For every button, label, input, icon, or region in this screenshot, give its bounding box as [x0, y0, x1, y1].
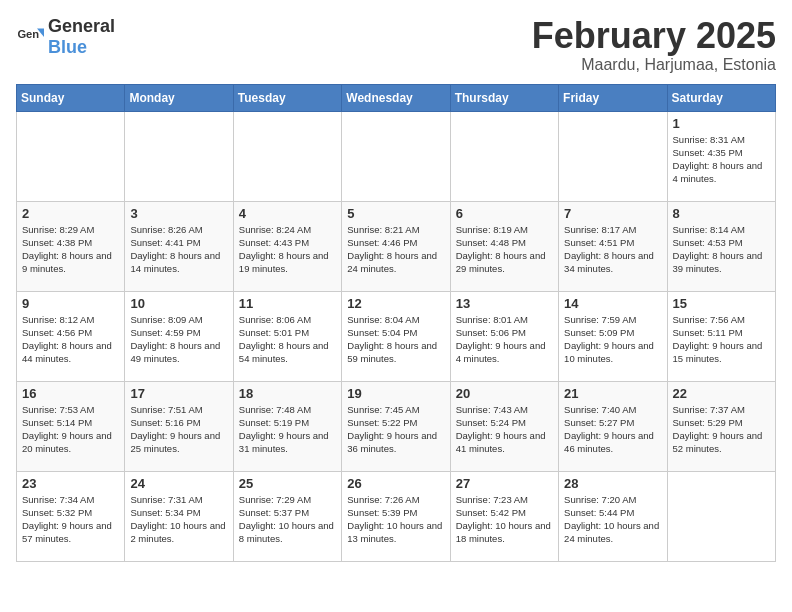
table-row: 4Sunrise: 8:24 AM Sunset: 4:43 PM Daylig… — [233, 201, 341, 291]
calendar-header-row: Sunday Monday Tuesday Wednesday Thursday… — [17, 84, 776, 111]
day-info: Sunrise: 8:04 AM Sunset: 5:04 PM Dayligh… — [347, 313, 444, 366]
day-info: Sunrise: 8:17 AM Sunset: 4:51 PM Dayligh… — [564, 223, 661, 276]
table-row: 11Sunrise: 8:06 AM Sunset: 5:01 PM Dayli… — [233, 291, 341, 381]
table-row — [667, 471, 775, 561]
day-info: Sunrise: 7:45 AM Sunset: 5:22 PM Dayligh… — [347, 403, 444, 456]
day-number: 20 — [456, 386, 553, 401]
day-number: 15 — [673, 296, 770, 311]
table-row: 7Sunrise: 8:17 AM Sunset: 4:51 PM Daylig… — [559, 201, 667, 291]
day-info: Sunrise: 7:31 AM Sunset: 5:34 PM Dayligh… — [130, 493, 227, 546]
table-row — [450, 111, 558, 201]
day-info: Sunrise: 7:56 AM Sunset: 5:11 PM Dayligh… — [673, 313, 770, 366]
calendar-week-2: 2Sunrise: 8:29 AM Sunset: 4:38 PM Daylig… — [17, 201, 776, 291]
table-row — [342, 111, 450, 201]
day-info: Sunrise: 8:01 AM Sunset: 5:06 PM Dayligh… — [456, 313, 553, 366]
table-row: 24Sunrise: 7:31 AM Sunset: 5:34 PM Dayli… — [125, 471, 233, 561]
day-info: Sunrise: 8:21 AM Sunset: 4:46 PM Dayligh… — [347, 223, 444, 276]
col-tuesday: Tuesday — [233, 84, 341, 111]
table-row: 2Sunrise: 8:29 AM Sunset: 4:38 PM Daylig… — [17, 201, 125, 291]
table-row: 26Sunrise: 7:26 AM Sunset: 5:39 PM Dayli… — [342, 471, 450, 561]
day-number: 25 — [239, 476, 336, 491]
day-info: Sunrise: 8:26 AM Sunset: 4:41 PM Dayligh… — [130, 223, 227, 276]
col-wednesday: Wednesday — [342, 84, 450, 111]
day-info: Sunrise: 7:40 AM Sunset: 5:27 PM Dayligh… — [564, 403, 661, 456]
day-info: Sunrise: 7:23 AM Sunset: 5:42 PM Dayligh… — [456, 493, 553, 546]
day-number: 21 — [564, 386, 661, 401]
calendar-week-5: 23Sunrise: 7:34 AM Sunset: 5:32 PM Dayli… — [17, 471, 776, 561]
table-row: 3Sunrise: 8:26 AM Sunset: 4:41 PM Daylig… — [125, 201, 233, 291]
day-info: Sunrise: 7:37 AM Sunset: 5:29 PM Dayligh… — [673, 403, 770, 456]
day-number: 3 — [130, 206, 227, 221]
day-info: Sunrise: 7:20 AM Sunset: 5:44 PM Dayligh… — [564, 493, 661, 546]
logo-blue-text: Blue — [48, 37, 87, 57]
day-info: Sunrise: 7:26 AM Sunset: 5:39 PM Dayligh… — [347, 493, 444, 546]
day-info: Sunrise: 7:43 AM Sunset: 5:24 PM Dayligh… — [456, 403, 553, 456]
day-info: Sunrise: 7:53 AM Sunset: 5:14 PM Dayligh… — [22, 403, 119, 456]
calendar-week-3: 9Sunrise: 8:12 AM Sunset: 4:56 PM Daylig… — [17, 291, 776, 381]
day-number: 26 — [347, 476, 444, 491]
calendar-table: Sunday Monday Tuesday Wednesday Thursday… — [16, 84, 776, 562]
logo-general-text: General — [48, 16, 115, 36]
day-info: Sunrise: 8:29 AM Sunset: 4:38 PM Dayligh… — [22, 223, 119, 276]
day-info: Sunrise: 8:14 AM Sunset: 4:53 PM Dayligh… — [673, 223, 770, 276]
table-row: 10Sunrise: 8:09 AM Sunset: 4:59 PM Dayli… — [125, 291, 233, 381]
day-number: 24 — [130, 476, 227, 491]
day-number: 7 — [564, 206, 661, 221]
day-number: 16 — [22, 386, 119, 401]
header: Gen General Blue February 2025 Maardu, H… — [16, 16, 776, 74]
col-saturday: Saturday — [667, 84, 775, 111]
table-row: 19Sunrise: 7:45 AM Sunset: 5:22 PM Dayli… — [342, 381, 450, 471]
day-number: 23 — [22, 476, 119, 491]
main-title: February 2025 — [532, 16, 776, 56]
table-row: 22Sunrise: 7:37 AM Sunset: 5:29 PM Dayli… — [667, 381, 775, 471]
day-info: Sunrise: 8:12 AM Sunset: 4:56 PM Dayligh… — [22, 313, 119, 366]
day-number: 10 — [130, 296, 227, 311]
table-row: 23Sunrise: 7:34 AM Sunset: 5:32 PM Dayli… — [17, 471, 125, 561]
table-row: 1Sunrise: 8:31 AM Sunset: 4:35 PM Daylig… — [667, 111, 775, 201]
day-number: 6 — [456, 206, 553, 221]
table-row — [233, 111, 341, 201]
table-row: 27Sunrise: 7:23 AM Sunset: 5:42 PM Dayli… — [450, 471, 558, 561]
table-row: 8Sunrise: 8:14 AM Sunset: 4:53 PM Daylig… — [667, 201, 775, 291]
table-row: 6Sunrise: 8:19 AM Sunset: 4:48 PM Daylig… — [450, 201, 558, 291]
col-sunday: Sunday — [17, 84, 125, 111]
day-info: Sunrise: 7:34 AM Sunset: 5:32 PM Dayligh… — [22, 493, 119, 546]
day-number: 1 — [673, 116, 770, 131]
table-row: 9Sunrise: 8:12 AM Sunset: 4:56 PM Daylig… — [17, 291, 125, 381]
day-info: Sunrise: 7:59 AM Sunset: 5:09 PM Dayligh… — [564, 313, 661, 366]
day-number: 4 — [239, 206, 336, 221]
table-row: 12Sunrise: 8:04 AM Sunset: 5:04 PM Dayli… — [342, 291, 450, 381]
table-row: 25Sunrise: 7:29 AM Sunset: 5:37 PM Dayli… — [233, 471, 341, 561]
table-row: 18Sunrise: 7:48 AM Sunset: 5:19 PM Dayli… — [233, 381, 341, 471]
table-row: 21Sunrise: 7:40 AM Sunset: 5:27 PM Dayli… — [559, 381, 667, 471]
table-row — [559, 111, 667, 201]
table-row: 15Sunrise: 7:56 AM Sunset: 5:11 PM Dayli… — [667, 291, 775, 381]
table-row: 5Sunrise: 8:21 AM Sunset: 4:46 PM Daylig… — [342, 201, 450, 291]
logo-icon: Gen — [16, 23, 44, 51]
day-info: Sunrise: 8:31 AM Sunset: 4:35 PM Dayligh… — [673, 133, 770, 186]
day-number: 2 — [22, 206, 119, 221]
day-number: 8 — [673, 206, 770, 221]
day-info: Sunrise: 7:48 AM Sunset: 5:19 PM Dayligh… — [239, 403, 336, 456]
day-number: 9 — [22, 296, 119, 311]
table-row — [17, 111, 125, 201]
table-row: 16Sunrise: 7:53 AM Sunset: 5:14 PM Dayli… — [17, 381, 125, 471]
day-number: 18 — [239, 386, 336, 401]
table-row: 17Sunrise: 7:51 AM Sunset: 5:16 PM Dayli… — [125, 381, 233, 471]
subtitle: Maardu, Harjumaa, Estonia — [532, 56, 776, 74]
table-row: 14Sunrise: 7:59 AM Sunset: 5:09 PM Dayli… — [559, 291, 667, 381]
day-number: 22 — [673, 386, 770, 401]
col-friday: Friday — [559, 84, 667, 111]
day-number: 13 — [456, 296, 553, 311]
day-number: 5 — [347, 206, 444, 221]
svg-text:Gen: Gen — [17, 28, 39, 40]
day-info: Sunrise: 8:19 AM Sunset: 4:48 PM Dayligh… — [456, 223, 553, 276]
day-number: 14 — [564, 296, 661, 311]
day-info: Sunrise: 7:51 AM Sunset: 5:16 PM Dayligh… — [130, 403, 227, 456]
calendar-week-1: 1Sunrise: 8:31 AM Sunset: 4:35 PM Daylig… — [17, 111, 776, 201]
table-row: 28Sunrise: 7:20 AM Sunset: 5:44 PM Dayli… — [559, 471, 667, 561]
day-info: Sunrise: 7:29 AM Sunset: 5:37 PM Dayligh… — [239, 493, 336, 546]
day-number: 19 — [347, 386, 444, 401]
logo: Gen General Blue — [16, 16, 115, 58]
day-number: 28 — [564, 476, 661, 491]
